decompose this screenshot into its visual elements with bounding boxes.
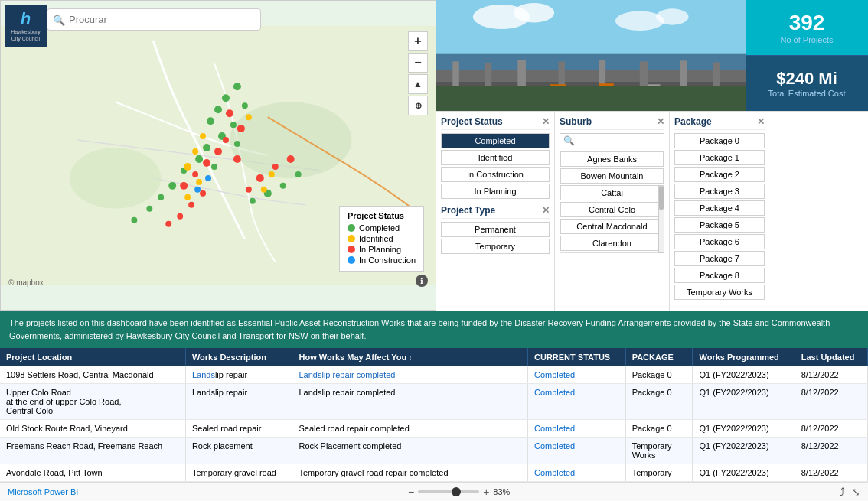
legend-label-identified: Identified xyxy=(359,234,393,243)
filter-item-in-planning[interactable]: In Planning xyxy=(441,184,550,199)
svg-point-26 xyxy=(214,148,222,155)
svg-point-37 xyxy=(246,187,252,193)
svg-point-16 xyxy=(158,194,164,200)
svg-point-48 xyxy=(194,187,201,193)
svg-point-22 xyxy=(250,198,256,204)
svg-rect-68 xyxy=(436,86,746,111)
suburb-search-input[interactable] xyxy=(575,136,661,145)
zoom-thumb[interactable] xyxy=(452,487,461,496)
legend-dot-completed xyxy=(348,224,355,232)
filter-item-completed[interactable]: Completed xyxy=(441,133,550,148)
powerbi-link[interactable]: Microsoft Power BI xyxy=(8,487,78,496)
suburb-scrollbar-thumb[interactable] xyxy=(659,187,664,210)
legend-item-identified: Identified xyxy=(348,234,416,243)
share-icon[interactable]: ⤴ xyxy=(840,486,845,498)
suburb-header: Suburb ✕ xyxy=(560,116,664,130)
row-updated: 8/12/2022 xyxy=(795,438,867,464)
filter-item-in-construction[interactable]: In Construction xyxy=(441,167,550,182)
zoom-out-button[interactable]: − xyxy=(408,53,428,73)
project-type-clear-icon[interactable]: ✕ xyxy=(542,205,550,216)
filter-item-permanent[interactable]: Permanent xyxy=(441,222,550,237)
package-item-5[interactable]: Package 5 xyxy=(674,217,765,233)
svg-point-46 xyxy=(261,187,267,193)
svg-rect-60 xyxy=(558,61,565,86)
zoom-minus-button[interactable]: − xyxy=(408,486,414,498)
search-icon: 🔍 xyxy=(53,14,65,25)
row-location: 1098 Settlers Road, Central Macdonald xyxy=(0,366,185,384)
project-type-header: Project Type ✕ xyxy=(441,205,550,219)
col-programmed[interactable]: Works Programmed xyxy=(693,348,795,366)
filter-item-temporary[interactable]: Temporary xyxy=(441,239,550,254)
row-location: Upper Colo Roadat the end of upper Colo … xyxy=(0,384,185,420)
svg-point-6 xyxy=(242,102,248,109)
north-button[interactable]: ▲ xyxy=(408,74,428,94)
col-location[interactable]: Project Location xyxy=(0,348,185,366)
col-package[interactable]: PACKAGE xyxy=(625,348,693,366)
col-affect[interactable]: How Works May Affect You ↕ xyxy=(292,348,528,366)
row-description: Temporary gravel road xyxy=(185,464,292,482)
map-info-icon[interactable]: ℹ xyxy=(416,275,428,287)
table-row: Old Stock Route Road, Vineyard Sealed ro… xyxy=(0,420,868,438)
package-item-6[interactable]: Package 6 xyxy=(674,234,765,249)
suburb-item-clarendon[interactable]: Clarendon xyxy=(560,236,664,251)
suburb-item-agnes-banks[interactable]: Agnes Banks xyxy=(560,151,664,167)
project-status-clear-icon[interactable]: ✕ xyxy=(542,116,550,127)
package-item-1[interactable]: Package 1 xyxy=(674,150,765,165)
suburb-item-central-colo[interactable]: Central Colo xyxy=(560,202,664,217)
svg-rect-57 xyxy=(452,61,459,86)
package-item-7[interactable]: Package 7 xyxy=(674,251,765,266)
suburb-scrollbar[interactable] xyxy=(658,186,664,253)
row-location: Freemans Reach Road, Freemans Reach xyxy=(0,438,185,464)
svg-rect-59 xyxy=(517,60,526,86)
zoom-control: − + 83% xyxy=(408,486,510,498)
col-description[interactable]: Works Description xyxy=(185,348,292,366)
zoom-slider[interactable] xyxy=(418,490,479,493)
affect-link[interactable]: Landslip repair completed xyxy=(299,370,395,379)
mapbox-label: © mapbox xyxy=(8,278,44,287)
package-item-0[interactable]: Package 0 xyxy=(674,133,765,148)
col-updated[interactable]: Last Updated xyxy=(795,348,867,366)
row-updated: 8/12/2022 xyxy=(795,464,867,482)
zoom-plus-button[interactable]: + xyxy=(483,486,489,498)
row-programmed: Q1 (FY2022/2023) xyxy=(693,366,795,384)
row-affect: Rock Placement completed xyxy=(292,438,528,464)
project-status-filter: Project Status ✕ Completed Identified In… xyxy=(436,112,555,311)
svg-point-31 xyxy=(188,202,194,208)
right-panel: 392 No of Projects $240 Mi Total Estimat… xyxy=(436,0,868,311)
package-item-3[interactable]: Package 3 xyxy=(674,184,765,199)
row-status: Completed xyxy=(528,420,626,438)
legend-item-in-planning: In Planning xyxy=(348,245,416,254)
svg-point-8 xyxy=(230,122,237,128)
suburb-item-central-macdonald[interactable]: Central Macdonald xyxy=(560,219,664,234)
legend-label-in-construction: In Construction xyxy=(359,255,416,265)
search-area-button[interactable]: ⊕ xyxy=(408,96,428,115)
svg-point-27 xyxy=(203,159,210,167)
row-description: Landslip repair xyxy=(185,366,292,384)
zoom-in-button[interactable]: + xyxy=(408,31,428,51)
table-row: Freemans Reach Road, Freemans Reach Rock… xyxy=(0,438,868,464)
search-input[interactable] xyxy=(47,8,261,31)
bottom-bar: Microsoft Power BI − + 83% ⤴ ⤡ xyxy=(0,482,868,501)
package-item-temporary-works[interactable]: Temporary Works xyxy=(674,285,765,300)
package-item-8[interactable]: Package 8 xyxy=(674,268,765,283)
row-package: Package 0 xyxy=(625,366,693,384)
package-clear-icon[interactable]: ✕ xyxy=(757,116,765,127)
suburb-item-cattai[interactable]: Cattai xyxy=(560,185,664,200)
svg-point-1 xyxy=(70,148,162,209)
package-item-4[interactable]: Package 4 xyxy=(674,200,765,216)
row-affect: Landslip repair completed xyxy=(292,366,528,384)
package-item-2[interactable]: Package 2 xyxy=(674,167,765,182)
description-link[interactable]: Lands xyxy=(192,370,215,379)
row-package: TemporaryWorks xyxy=(625,438,693,464)
suburb-item-bowen-mountain[interactable]: Bowen Mountain xyxy=(560,168,664,184)
legend-label-in-planning: In Planning xyxy=(359,245,401,254)
table-head: Project Location Works Description How W… xyxy=(0,348,868,366)
col-status[interactable]: CURRENT STATUS xyxy=(528,348,626,366)
fullscreen-icon[interactable]: ⤡ xyxy=(851,486,860,498)
svg-point-13 xyxy=(211,164,217,170)
filter-item-identified[interactable]: Identified xyxy=(441,150,550,165)
svg-point-36 xyxy=(256,174,264,182)
svg-point-5 xyxy=(214,106,222,113)
suburb-clear-icon[interactable]: ✕ xyxy=(657,116,664,127)
suburb-search-icon: 🔍 xyxy=(563,135,575,146)
